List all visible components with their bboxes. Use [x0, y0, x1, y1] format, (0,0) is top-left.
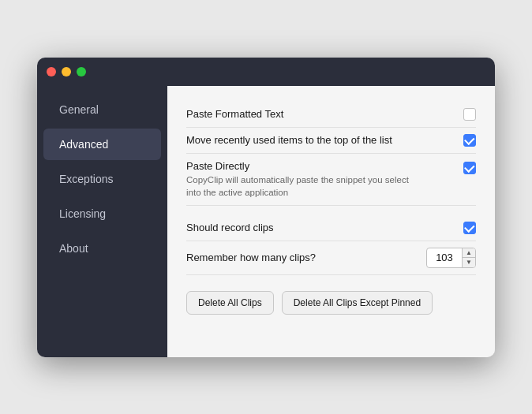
- move-recently-used-checkbox[interactable]: [463, 134, 476, 147]
- clips-count-increment[interactable]: ▲: [463, 248, 475, 258]
- sidebar-item-exceptions[interactable]: Exceptions: [43, 163, 161, 195]
- preferences-window: General Advanced Exceptions Licensing Ab…: [37, 58, 495, 357]
- paste-directly-checkbox[interactable]: [463, 162, 476, 174]
- sidebar: General Advanced Exceptions Licensing Ab…: [37, 86, 167, 357]
- delete-all-clips-button[interactable]: Delete All Clips: [186, 291, 274, 315]
- action-buttons-row: Delete All Clips Delete All Clips Except…: [186, 291, 476, 315]
- sidebar-item-general[interactable]: General: [43, 94, 161, 125]
- section-gap: [186, 206, 476, 215]
- should-record-clips-checkbox[interactable]: [463, 222, 476, 234]
- main-content: Paste Formatted Text Move recently used …: [167, 86, 495, 357]
- paste-formatted-text-label: Paste Formatted Text: [186, 108, 283, 120]
- remember-clips-row: Remember how many clips? ▲ ▼: [186, 241, 476, 275]
- close-button[interactable]: [47, 67, 56, 76]
- sidebar-item-advanced[interactable]: Advanced: [43, 129, 161, 160]
- sidebar-item-about[interactable]: About: [43, 233, 161, 264]
- paste-directly-label: Paste Directly: [186, 160, 423, 172]
- sidebar-item-licensing[interactable]: Licensing: [43, 198, 161, 229]
- maximize-button[interactable]: [77, 67, 86, 76]
- titlebar: [37, 58, 495, 86]
- delete-except-pinned-button[interactable]: Delete All Clips Except Pinned: [282, 291, 433, 315]
- window-content: General Advanced Exceptions Licensing Ab…: [37, 86, 495, 357]
- clips-count-stepper: ▲ ▼: [462, 248, 475, 267]
- paste-formatted-text-checkbox[interactable]: [463, 108, 476, 121]
- paste-formatted-text-row: Paste Formatted Text: [186, 102, 476, 128]
- should-record-clips-label: Should record clips: [186, 222, 274, 233]
- clips-count-decrement[interactable]: ▼: [463, 258, 475, 267]
- remember-clips-label: Remember how many clips?: [186, 252, 316, 263]
- paste-directly-sublabel: CopyClip will automatically paste the sn…: [186, 173, 423, 199]
- should-record-clips-row: Should record clips: [186, 215, 476, 241]
- clips-count-input-wrap: ▲ ▼: [426, 248, 476, 268]
- move-recently-used-row: Move recently used items to the top of t…: [186, 128, 476, 154]
- minimize-button[interactable]: [62, 67, 71, 76]
- paste-directly-row: Paste Directly CopyClip will automatical…: [186, 154, 476, 206]
- move-recently-used-label: Move recently used items to the top of t…: [186, 134, 392, 146]
- clips-count-input[interactable]: [427, 249, 462, 266]
